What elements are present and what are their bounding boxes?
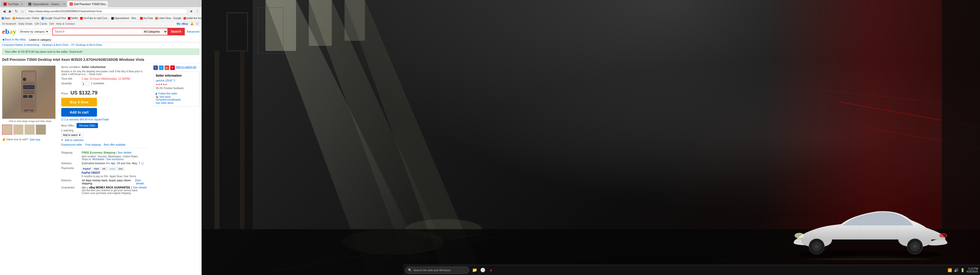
buy-now-button[interactable]: Buy It Now bbox=[61, 98, 97, 106]
bookmark-ytmp3[interactable]: YouTube to mp3 Con... bbox=[80, 17, 109, 20]
seller-name-link[interactable]: up/clck (2542 *) bbox=[156, 79, 175, 82]
add-watch-list-link[interactable]: Add to watch list bbox=[176, 65, 196, 70]
bookmark-gcp[interactable]: Google Cloud Print bbox=[41, 17, 66, 20]
shipping-row: Shipping: FREE Economy Shipping | See de… bbox=[61, 151, 148, 154]
reload-button[interactable]: ↻ bbox=[14, 9, 19, 14]
reddit-favicon bbox=[183, 17, 186, 20]
bookmark-label: Listen Now - Google bbox=[158, 17, 181, 20]
thumbnail-row bbox=[2, 125, 58, 135]
browser-tab-youtube[interactable]: ▶ YouTube ✕ bbox=[1, 1, 25, 7]
desktop-wallpaper: 🔍 Search the web and Windows 📁 ⚪ e 📶 🔊 🔋… bbox=[202, 0, 980, 275]
collection-icon: + bbox=[61, 138, 63, 142]
url-bar[interactable] bbox=[26, 8, 188, 14]
volume-icon: 🔊 bbox=[954, 268, 958, 272]
search-button[interactable]: Search bbox=[167, 28, 185, 35]
clock: 5:23 PM 4/25/2016 bbox=[967, 267, 978, 273]
warranty-row[interactable]: ☑ 2 yr warranty $49.99 from SquareTrade bbox=[61, 118, 109, 121]
gift-cards-link[interactable]: Gift Cards bbox=[35, 22, 47, 25]
back-to-myebay-link[interactable]: ◀ Back to My eBay bbox=[2, 38, 26, 41]
google-share-icon[interactable]: g+ bbox=[165, 65, 169, 70]
feedback-percentage: 99.3% Positive feedback bbox=[156, 87, 197, 90]
thumbnail-4[interactable] bbox=[36, 125, 46, 135]
returns-details-link[interactable]: See details bbox=[136, 179, 148, 185]
bookmark-netflix[interactable]: Netflix bbox=[68, 17, 78, 20]
svg-point-45 bbox=[795, 233, 804, 238]
svg-rect-12 bbox=[24, 111, 27, 112]
browser-tab-oppositelock[interactable]: O Oppositelock - Game... ✕ bbox=[26, 1, 67, 7]
chrome-icon[interactable]: ⚪ bbox=[479, 267, 487, 274]
svg-rect-3 bbox=[23, 83, 35, 84]
browser-tab-ebay[interactable]: e Dell Precision T3500 Des... ✕ bbox=[67, 1, 108, 7]
breadcrumb-desktops[interactable]: Desktops & All-In-Ones bbox=[42, 44, 68, 46]
paypal-credit-note: 6 months to pay on 99+. Apply Now | See … bbox=[82, 175, 136, 178]
ebay-page: Hi headset! Daily Deals Gift Cards Sell … bbox=[0, 21, 201, 275]
ships-to-link[interactable]: Worldwide bbox=[92, 158, 104, 161]
home-button[interactable]: ⌂ bbox=[20, 9, 25, 14]
product-details: Items condition: Seller refurbished Auct… bbox=[61, 65, 148, 196]
cart-icon[interactable]: 🛒 bbox=[196, 22, 199, 25]
exclusions-link[interactable]: See exclusions bbox=[107, 158, 124, 161]
bookmark-label: Amazon.com: Online bbox=[16, 17, 39, 20]
guarantee-note2: Covers your purchase and original shippi… bbox=[82, 192, 147, 194]
seller-info-panel: f t g+ P Add to watch list Seller inform… bbox=[153, 65, 199, 196]
browser-window: ▶ YouTube ✕ O Oppositelock - Game... ✕ e… bbox=[0, 0, 202, 275]
breadcrumb-pc[interactable]: PC Desktops & All-In-Ones bbox=[72, 44, 102, 46]
follow-seller-link[interactable]: ▶ Follow this seller bbox=[156, 92, 197, 95]
browse-by-button[interactable]: Browse by category ▼ bbox=[18, 29, 50, 34]
tab-close-oppositelock[interactable]: ✕ bbox=[63, 3, 65, 6]
thumbnail-1[interactable] bbox=[2, 125, 12, 135]
shipping-details-link[interactable]: See details bbox=[118, 151, 131, 154]
svg-point-47 bbox=[870, 231, 871, 232]
quantity-input[interactable] bbox=[82, 82, 89, 86]
pinterest-share-icon[interactable]: P bbox=[170, 65, 175, 70]
bookmark-youtube[interactable]: YouTube bbox=[140, 17, 153, 20]
add-to-cart-button[interactable]: Add to cart bbox=[61, 108, 97, 117]
bookmark-apps[interactable]: Apps bbox=[2, 17, 11, 20]
taskbar-search[interactable]: 🔍 Search the web and Windows bbox=[405, 267, 469, 274]
help-link[interactable]: Help & Contact bbox=[56, 22, 75, 25]
thumbnail-3[interactable] bbox=[24, 125, 35, 135]
guarantee-details-link[interactable]: See details bbox=[133, 186, 147, 189]
daily-deals-link[interactable]: Daily Deals bbox=[18, 22, 33, 25]
taskbar: 🔍 Search the web and Windows 📁 ⚪ e 📶 🔊 🔋… bbox=[403, 265, 980, 275]
forward-button[interactable]: ▶ bbox=[8, 9, 13, 14]
svg-rect-10 bbox=[23, 99, 35, 108]
breadcrumb-computers[interactable]: Computers/Tablets & Networking bbox=[2, 44, 39, 46]
main-product-image[interactable] bbox=[2, 65, 56, 119]
price-actions: Price: US $132.79 Buy It Now Add to cart… bbox=[61, 88, 109, 142]
see-other-items-link[interactable]: See other items bbox=[156, 101, 197, 104]
twitter-share-icon[interactable]: t bbox=[159, 65, 164, 70]
tab-label: YouTube bbox=[8, 3, 19, 6]
search-input[interactable] bbox=[52, 28, 142, 35]
notification-icon[interactable]: 🔔 bbox=[190, 22, 194, 25]
tab-close-youtube[interactable]: ✕ bbox=[21, 3, 23, 6]
best-offer-label: Best Offer: bbox=[61, 124, 75, 127]
best-offer-section: Best Offer: Review Offer bbox=[61, 123, 109, 128]
bookmark-button[interactable]: ★ bbox=[189, 9, 194, 14]
sell-link[interactable]: Sell bbox=[49, 22, 54, 25]
visit-store-link[interactable]: 🏪 Visit store: computercircuitboards bbox=[156, 95, 197, 101]
bookmark-label: YouTube bbox=[143, 17, 153, 20]
bookmark-amazon[interactable]: Amazon.com: Online bbox=[13, 17, 39, 20]
system-tray: 📶 🔊 🔋 5:23 PM 4/25/2016 bbox=[948, 267, 978, 273]
file-explorer-icon[interactable]: 📁 bbox=[471, 267, 478, 274]
settings-button[interactable]: ⋮ bbox=[195, 9, 200, 14]
bookmark-reddit[interactable]: reddit the front pa... bbox=[183, 17, 201, 20]
add-to-watch-button[interactable]: Add to watch ▼ bbox=[61, 133, 83, 137]
breadcrumb-sep2: › bbox=[69, 44, 70, 46]
taskbar-browser-icon[interactable]: e bbox=[487, 267, 495, 274]
review-offer-button[interactable]: Review Offer bbox=[76, 123, 98, 128]
returns-value: 14 days money back, buyer pays return sh… bbox=[82, 179, 135, 185]
thumbnail-2[interactable] bbox=[13, 125, 24, 135]
bookmark-listennow[interactable]: Listen Now - Google bbox=[155, 17, 181, 20]
advanced-search-link[interactable]: Advanced bbox=[187, 30, 199, 33]
bookmark-oppositelock[interactable]: Oppositelock - She... bbox=[111, 17, 138, 20]
sell-link[interactable]: Sell now bbox=[30, 138, 40, 141]
paypal-icon: PayPal bbox=[82, 167, 92, 171]
add-to-collection-link[interactable]: Add to collection bbox=[65, 139, 83, 142]
back-button[interactable]: ◀ bbox=[2, 9, 6, 14]
visa-icon: VISA bbox=[93, 167, 100, 171]
facebook-share-icon[interactable]: f bbox=[153, 65, 158, 70]
category-select[interactable]: All Categories bbox=[142, 28, 167, 35]
my-ebay-link[interactable]: My eBay bbox=[177, 22, 188, 25]
